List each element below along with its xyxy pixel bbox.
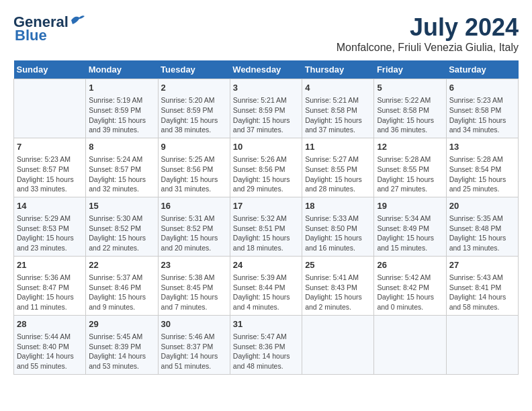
day-cell [14, 79, 86, 138]
day-info: Sunrise: 5:47 AM Sunset: 8:36 PM Dayligh… [233, 332, 299, 371]
day-number: 20 [449, 200, 515, 212]
day-number: 15 [89, 200, 154, 212]
day-info: Sunrise: 5:42 AM Sunset: 8:42 PM Dayligh… [377, 273, 443, 312]
day-cell: 14Sunrise: 5:29 AM Sunset: 8:53 PM Dayli… [14, 197, 86, 256]
day-cell: 21Sunrise: 5:36 AM Sunset: 8:47 PM Dayli… [14, 256, 86, 315]
day-info: Sunrise: 5:19 AM Sunset: 8:59 PM Dayligh… [89, 95, 154, 135]
day-number: 4 [305, 82, 371, 94]
day-cell: 6Sunrise: 5:23 AM Sunset: 8:58 PM Daylig… [446, 79, 518, 138]
day-number: 11 [305, 141, 371, 153]
day-cell: 30Sunrise: 5:46 AM Sunset: 8:37 PM Dayli… [158, 315, 230, 374]
day-cell: 29Sunrise: 5:45 AM Sunset: 8:39 PM Dayli… [86, 315, 158, 374]
day-info: Sunrise: 5:31 AM Sunset: 8:52 PM Dayligh… [161, 214, 227, 253]
day-info: Sunrise: 5:22 AM Sunset: 8:58 PM Dayligh… [377, 95, 443, 135]
day-info: Sunrise: 5:27 AM Sunset: 8:55 PM Dayligh… [305, 154, 371, 194]
day-number: 23 [161, 259, 227, 271]
day-cell [374, 315, 446, 374]
day-number: 10 [233, 141, 299, 153]
logo-bird-icon [70, 13, 85, 26]
day-info: Sunrise: 5:25 AM Sunset: 8:56 PM Dayligh… [161, 154, 227, 194]
page-title: July 2024 [337, 13, 519, 42]
day-cell: 12Sunrise: 5:28 AM Sunset: 8:55 PM Dayli… [374, 138, 446, 197]
day-number: 26 [377, 259, 443, 271]
day-info: Sunrise: 5:28 AM Sunset: 8:54 PM Dayligh… [449, 154, 515, 194]
day-number: 19 [377, 200, 443, 212]
day-cell: 5Sunrise: 5:22 AM Sunset: 8:58 PM Daylig… [374, 79, 446, 138]
day-info: Sunrise: 5:38 AM Sunset: 8:45 PM Dayligh… [161, 273, 227, 312]
day-number: 8 [89, 141, 154, 153]
day-number: 12 [377, 141, 443, 153]
day-number: 3 [233, 82, 299, 94]
day-number: 18 [305, 200, 371, 212]
day-number: 25 [305, 259, 371, 271]
day-info: Sunrise: 5:32 AM Sunset: 8:51 PM Dayligh… [233, 214, 299, 253]
day-info: Sunrise: 5:37 AM Sunset: 8:46 PM Dayligh… [89, 273, 154, 312]
column-header-row: SundayMondayTuesdayWednesdayThursdayFrid… [14, 60, 519, 79]
day-number: 30 [161, 318, 227, 330]
day-info: Sunrise: 5:20 AM Sunset: 8:59 PM Dayligh… [161, 95, 227, 135]
day-info: Sunrise: 5:23 AM Sunset: 8:58 PM Dayligh… [449, 95, 515, 135]
week-row-1: 1Sunrise: 5:19 AM Sunset: 8:59 PM Daylig… [14, 79, 519, 138]
day-number: 27 [449, 259, 515, 271]
day-cell: 8Sunrise: 5:24 AM Sunset: 8:57 PM Daylig… [86, 138, 158, 197]
day-number: 5 [377, 82, 443, 94]
day-cell: 23Sunrise: 5:38 AM Sunset: 8:45 PM Dayli… [158, 256, 230, 315]
day-cell: 4Sunrise: 5:21 AM Sunset: 8:58 PM Daylig… [302, 79, 374, 138]
day-number: 7 [17, 141, 83, 153]
day-info: Sunrise: 5:28 AM Sunset: 8:55 PM Dayligh… [377, 154, 443, 194]
day-info: Sunrise: 5:23 AM Sunset: 8:57 PM Dayligh… [17, 154, 83, 194]
day-number: 22 [89, 259, 154, 271]
day-info: Sunrise: 5:34 AM Sunset: 8:49 PM Dayligh… [377, 214, 443, 253]
day-cell: 2Sunrise: 5:20 AM Sunset: 8:59 PM Daylig… [158, 79, 230, 138]
day-info: Sunrise: 5:29 AM Sunset: 8:53 PM Dayligh… [17, 214, 83, 253]
day-number: 16 [161, 200, 227, 212]
day-info: Sunrise: 5:21 AM Sunset: 8:58 PM Dayligh… [305, 95, 371, 135]
day-info: Sunrise: 5:26 AM Sunset: 8:56 PM Dayligh… [233, 154, 299, 194]
day-number: 28 [17, 318, 83, 330]
col-header-sunday: Sunday [14, 60, 86, 79]
day-info: Sunrise: 5:30 AM Sunset: 8:52 PM Dayligh… [89, 214, 154, 253]
week-row-2: 7Sunrise: 5:23 AM Sunset: 8:57 PM Daylig… [14, 138, 519, 197]
day-cell: 13Sunrise: 5:28 AM Sunset: 8:54 PM Dayli… [446, 138, 518, 197]
day-info: Sunrise: 5:36 AM Sunset: 8:47 PM Dayligh… [17, 273, 83, 312]
day-number: 2 [161, 82, 227, 94]
page-header: General Blue July 2024 Monfalcone, Friul… [13, 13, 519, 54]
week-row-4: 21Sunrise: 5:36 AM Sunset: 8:47 PM Dayli… [14, 256, 519, 315]
day-info: Sunrise: 5:44 AM Sunset: 8:40 PM Dayligh… [17, 332, 83, 371]
title-area: July 2024 Monfalcone, Friuli Venezia Giu… [337, 13, 519, 54]
day-cell: 28Sunrise: 5:44 AM Sunset: 8:40 PM Dayli… [14, 315, 86, 374]
day-cell: 24Sunrise: 5:39 AM Sunset: 8:44 PM Dayli… [230, 256, 302, 315]
week-row-5: 28Sunrise: 5:44 AM Sunset: 8:40 PM Dayli… [14, 315, 519, 374]
day-number: 9 [161, 141, 227, 153]
day-number: 17 [233, 200, 299, 212]
day-info: Sunrise: 5:33 AM Sunset: 8:50 PM Dayligh… [305, 214, 371, 253]
day-info: Sunrise: 5:21 AM Sunset: 8:59 PM Dayligh… [233, 95, 299, 135]
col-header-monday: Monday [86, 60, 158, 79]
day-cell: 19Sunrise: 5:34 AM Sunset: 8:49 PM Dayli… [374, 197, 446, 256]
day-number: 13 [449, 141, 515, 153]
week-row-3: 14Sunrise: 5:29 AM Sunset: 8:53 PM Dayli… [14, 197, 519, 256]
col-header-friday: Friday [374, 60, 446, 79]
day-cell [302, 315, 374, 374]
day-cell: 7Sunrise: 5:23 AM Sunset: 8:57 PM Daylig… [14, 138, 86, 197]
day-info: Sunrise: 5:46 AM Sunset: 8:37 PM Dayligh… [161, 332, 227, 371]
day-cell: 15Sunrise: 5:30 AM Sunset: 8:52 PM Dayli… [86, 197, 158, 256]
day-number: 24 [233, 259, 299, 271]
day-cell: 3Sunrise: 5:21 AM Sunset: 8:59 PM Daylig… [230, 79, 302, 138]
day-number: 14 [17, 200, 83, 212]
day-cell [446, 315, 518, 374]
day-cell: 17Sunrise: 5:32 AM Sunset: 8:51 PM Dayli… [230, 197, 302, 256]
day-info: Sunrise: 5:35 AM Sunset: 8:48 PM Dayligh… [449, 214, 515, 253]
day-info: Sunrise: 5:24 AM Sunset: 8:57 PM Dayligh… [89, 154, 154, 194]
day-cell: 26Sunrise: 5:42 AM Sunset: 8:42 PM Dayli… [374, 256, 446, 315]
day-cell: 20Sunrise: 5:35 AM Sunset: 8:48 PM Dayli… [446, 197, 518, 256]
day-cell: 11Sunrise: 5:27 AM Sunset: 8:55 PM Dayli… [302, 138, 374, 197]
day-info: Sunrise: 5:43 AM Sunset: 8:41 PM Dayligh… [449, 273, 515, 312]
col-header-saturday: Saturday [446, 60, 518, 79]
page-subtitle: Monfalcone, Friuli Venezia Giulia, Italy [337, 42, 519, 54]
day-cell: 25Sunrise: 5:41 AM Sunset: 8:43 PM Dayli… [302, 256, 374, 315]
day-cell: 9Sunrise: 5:25 AM Sunset: 8:56 PM Daylig… [158, 138, 230, 197]
col-header-thursday: Thursday [302, 60, 374, 79]
day-cell: 31Sunrise: 5:47 AM Sunset: 8:36 PM Dayli… [230, 315, 302, 374]
logo-text-blue: Blue [13, 27, 47, 44]
